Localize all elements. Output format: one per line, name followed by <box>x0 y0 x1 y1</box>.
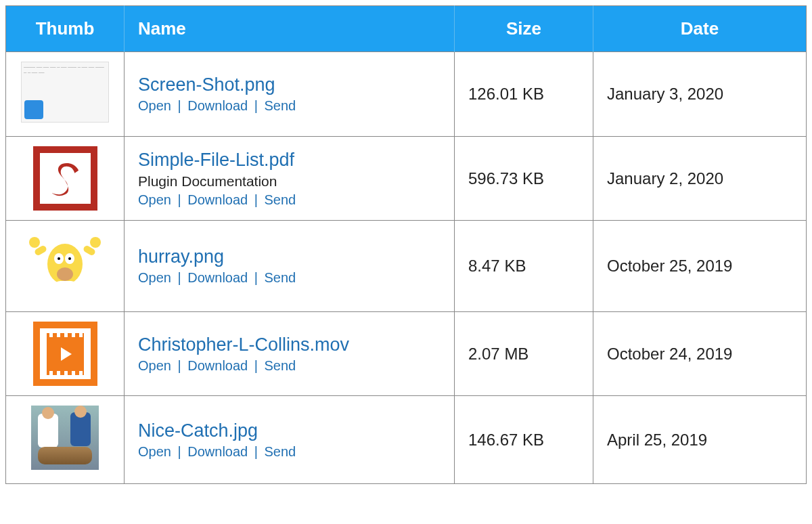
pdf-icon[interactable] <box>33 146 97 211</box>
action-separator: | <box>171 444 187 459</box>
send-link[interactable]: Send <box>265 358 296 373</box>
table-header-row: Thumb Name Size Date <box>6 6 807 52</box>
table-row: Simple-File-List.pdfPlugin Documentation… <box>6 137 807 221</box>
cell-thumb <box>6 221 125 312</box>
file-name-link[interactable]: Screen-Shot.png <box>138 74 275 95</box>
image-thumb-icon[interactable] <box>28 230 102 298</box>
action-separator: | <box>171 270 187 285</box>
download-link[interactable]: Download <box>187 444 248 459</box>
open-link[interactable]: Open <box>138 98 171 113</box>
send-link[interactable]: Send <box>265 98 296 113</box>
file-name-link[interactable]: Simple-File-List.pdf <box>138 150 294 171</box>
header-name[interactable]: Name <box>125 6 455 52</box>
video-icon[interactable] <box>33 322 97 386</box>
cell-date: October 24, 2019 <box>593 312 807 396</box>
download-link[interactable]: Download <box>187 270 248 285</box>
file-actions: Open | Download | Send <box>138 192 441 208</box>
open-link[interactable]: Open <box>138 358 171 373</box>
open-link[interactable]: Open <box>138 270 171 285</box>
action-separator: | <box>171 358 187 373</box>
cell-name: hurray.pngOpen | Download | Send <box>125 221 455 312</box>
table-row: hurray.pngOpen | Download | Send8.47 KBO… <box>6 221 807 312</box>
cell-size: 8.47 KB <box>455 221 593 312</box>
table-row: Nice-Catch.jpgOpen | Download | Send146.… <box>6 396 807 484</box>
file-actions: Open | Download | Send <box>138 98 441 114</box>
cell-name: Screen-Shot.pngOpen | Download | Send <box>125 52 455 137</box>
action-separator: | <box>248 444 264 459</box>
action-separator: | <box>171 98 187 113</box>
cell-size: 2.07 MB <box>455 312 593 396</box>
cell-name: Simple-File-List.pdfPlugin Documentation… <box>125 137 455 221</box>
action-separator: | <box>248 98 264 113</box>
action-separator: | <box>171 192 187 207</box>
header-thumb[interactable]: Thumb <box>6 6 125 52</box>
cell-name: Christopher-L-Collins.movOpen | Download… <box>125 312 455 396</box>
screenshot-thumb-icon[interactable] <box>21 62 109 123</box>
cell-name: Nice-Catch.jpgOpen | Download | Send <box>125 396 455 484</box>
file-description: Plugin Documentation <box>138 173 441 190</box>
action-separator: | <box>248 270 264 285</box>
table-row: Screen-Shot.pngOpen | Download | Send126… <box>6 52 807 137</box>
file-name-link[interactable]: Nice-Catch.jpg <box>138 420 258 441</box>
open-link[interactable]: Open <box>138 192 171 207</box>
file-actions: Open | Download | Send <box>138 270 441 286</box>
send-link[interactable]: Send <box>265 444 296 459</box>
cell-date: October 25, 2019 <box>593 221 807 312</box>
send-link[interactable]: Send <box>265 270 296 285</box>
action-separator: | <box>248 358 264 373</box>
download-link[interactable]: Download <box>187 98 248 113</box>
cell-date: April 25, 2019 <box>593 396 807 484</box>
cell-thumb <box>6 52 125 137</box>
cell-date: January 3, 2020 <box>593 52 807 137</box>
cell-thumb <box>6 312 125 396</box>
file-name-link[interactable]: hurray.png <box>138 246 224 267</box>
action-separator: | <box>248 192 264 207</box>
cell-size: 596.73 KB <box>455 137 593 221</box>
photo-thumb-icon[interactable] <box>31 406 99 470</box>
file-actions: Open | Download | Send <box>138 444 441 460</box>
download-link[interactable]: Download <box>187 192 248 207</box>
open-link[interactable]: Open <box>138 444 171 459</box>
cell-thumb <box>6 396 125 484</box>
file-name-link[interactable]: Christopher-L-Collins.mov <box>138 334 349 355</box>
file-actions: Open | Download | Send <box>138 358 441 374</box>
cell-thumb <box>6 137 125 221</box>
header-date[interactable]: Date <box>593 6 807 52</box>
send-link[interactable]: Send <box>265 192 296 207</box>
file-list-table: Thumb Name Size Date Screen-Shot.pngOpen… <box>5 5 807 484</box>
header-size[interactable]: Size <box>455 6 593 52</box>
cell-size: 126.01 KB <box>455 52 593 137</box>
cell-date: January 2, 2020 <box>593 137 807 221</box>
cell-size: 146.67 KB <box>455 396 593 484</box>
table-row: Christopher-L-Collins.movOpen | Download… <box>6 312 807 396</box>
download-link[interactable]: Download <box>187 358 248 373</box>
